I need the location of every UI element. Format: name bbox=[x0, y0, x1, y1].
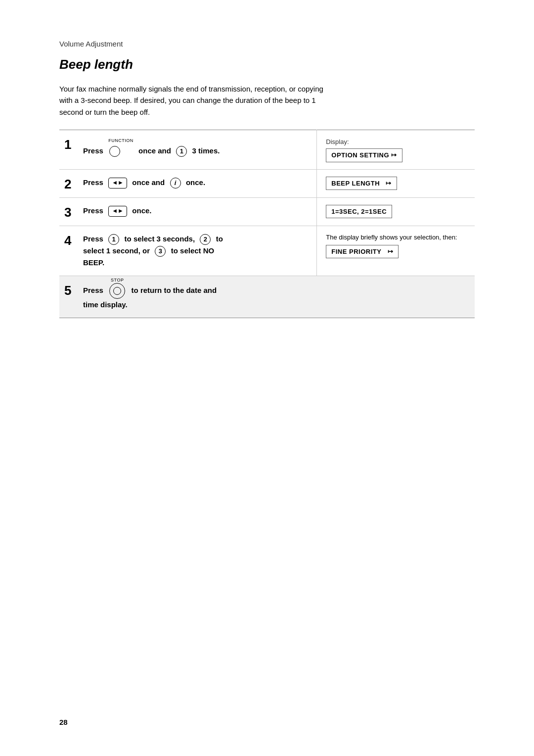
step-3-text: Press ◄► once. bbox=[83, 205, 308, 217]
function-button[interactable] bbox=[109, 146, 120, 157]
step-4-left: 4 Press 1 to select 3 seconds, 2 to sele… bbox=[59, 226, 317, 276]
step-1-left: 1 Press FUNCTION once and 1 3 times. bbox=[59, 130, 317, 169]
function-label: FUNCTION bbox=[108, 137, 134, 144]
display-box-4: FINE PRIORITY ↦ bbox=[326, 245, 399, 259]
display-text-2: BEEP LENGTH ↦ bbox=[331, 179, 392, 189]
step-number-3: 3 bbox=[64, 205, 83, 219]
button-1-select[interactable]: 1 bbox=[108, 234, 119, 245]
display-note-4: The display briefly shows your selection… bbox=[326, 233, 470, 242]
step-5-press: Press bbox=[83, 286, 103, 294]
step-2-once-and: once and bbox=[132, 178, 165, 187]
button-i[interactable]: i bbox=[170, 178, 181, 189]
step-2-text: Press ◄► once and i once. bbox=[83, 177, 308, 189]
step-2-right: BEEP LENGTH ↦ bbox=[317, 169, 475, 197]
display-box-1: OPTION SETTING ↦ bbox=[326, 148, 402, 162]
step-1-text: Press FUNCTION once and 1 3 times. bbox=[83, 137, 308, 157]
step-1-right: Display: OPTION SETTING ↦ bbox=[317, 130, 475, 169]
step-4-text: Press 1 to select 3 seconds, 2 to select… bbox=[83, 233, 308, 269]
section-title: Beep length bbox=[59, 57, 475, 72]
display-text-4: FINE PRIORITY ↦ bbox=[331, 247, 393, 257]
function-btn-wrap: FUNCTION bbox=[108, 137, 134, 157]
step-5-time: time display. bbox=[83, 300, 128, 309]
step-number-5: 5 bbox=[64, 283, 83, 297]
display-label-1: Display: bbox=[326, 137, 470, 147]
step-3-right: 1=3SEC, 2=1SEC bbox=[317, 197, 475, 226]
page: Volume Adjustment Beep length Your fax m… bbox=[0, 0, 534, 756]
step-5-return: to return to the date and bbox=[132, 286, 217, 294]
display-text-3: 1=3SEC, 2=1SEC bbox=[331, 207, 387, 217]
button-3-select[interactable]: 3 bbox=[155, 246, 166, 257]
display-box-3: 1=3SEC, 2=1SEC bbox=[326, 205, 392, 219]
step-1-3times: 3 times. bbox=[190, 146, 220, 155]
step-4-right: The display briefly shows your selection… bbox=[317, 226, 475, 276]
menu-button-3[interactable]: ◄► bbox=[108, 206, 127, 217]
display-text-1: OPTION SETTING ↦ bbox=[331, 150, 397, 160]
step-number-2: 2 bbox=[64, 177, 83, 190]
button-2-select[interactable]: 2 bbox=[200, 234, 211, 245]
table-row: 5 Press STOP to return to the date and bbox=[59, 276, 475, 318]
step-1-once-and: once and bbox=[136, 146, 173, 155]
stop-button[interactable] bbox=[109, 283, 125, 299]
step-2-once: once. bbox=[186, 178, 205, 187]
step-4-select3: to select 3 seconds, bbox=[125, 235, 195, 243]
step-4-press: Press bbox=[83, 235, 103, 243]
section-label: Volume Adjustment bbox=[59, 40, 475, 48]
step-5-left: 5 Press STOP to return to the date and bbox=[59, 276, 475, 318]
step-4-select1: select 1 second, or bbox=[83, 246, 150, 255]
stop-btn-wrap: STOP bbox=[108, 283, 126, 299]
menu-button-2[interactable]: ◄► bbox=[108, 178, 127, 189]
step-2-press: Press bbox=[83, 178, 103, 187]
display-box-2: BEEP LENGTH ↦ bbox=[326, 177, 397, 190]
stop-inner-circle bbox=[113, 287, 121, 295]
step-5-text: Press STOP to return to the date and tim… bbox=[83, 283, 466, 311]
table-row: 4 Press 1 to select 3 seconds, 2 to sele… bbox=[59, 226, 475, 276]
page-number: 28 bbox=[59, 718, 68, 726]
table-row: 3 Press ◄► once. 1=3SEC, 2=1SEC bbox=[59, 197, 475, 226]
step-3-left: 3 Press ◄► once. bbox=[59, 197, 317, 226]
step-4-beep: BEEP. bbox=[83, 258, 104, 267]
table-row: 2 Press ◄► once and i once. BEEP LENGTH … bbox=[59, 169, 475, 197]
step-4-no-beep: to select NO bbox=[171, 246, 215, 255]
step-2-left: 2 Press ◄► once and i once. bbox=[59, 169, 317, 197]
button-1-circle[interactable]: 1 bbox=[176, 146, 187, 157]
steps-table: 1 Press FUNCTION once and 1 3 times. bbox=[59, 130, 475, 318]
step-1-press: Press bbox=[83, 146, 105, 155]
table-row: 1 Press FUNCTION once and 1 3 times. bbox=[59, 130, 475, 169]
step-number-4: 4 bbox=[64, 233, 83, 247]
step-3-press: Press bbox=[83, 206, 103, 215]
step-3-once: once. bbox=[132, 206, 151, 215]
step-4-to: to bbox=[216, 235, 223, 243]
intro-text: Your fax machine normally signals the en… bbox=[59, 83, 336, 118]
step-number-1: 1 bbox=[64, 137, 83, 151]
